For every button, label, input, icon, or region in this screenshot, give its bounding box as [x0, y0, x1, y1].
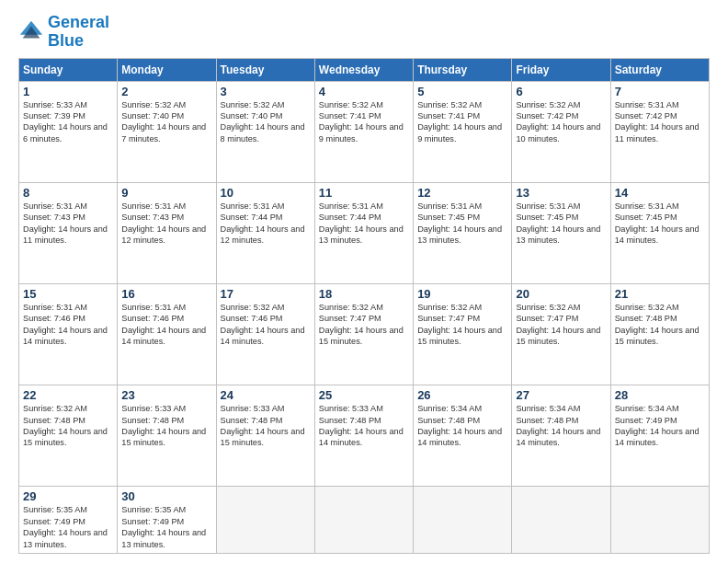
daylight-label: Daylight: 14 hours and 15 minutes. — [23, 427, 108, 447]
daylight-label: Daylight: 14 hours and 6 minutes. — [23, 122, 108, 143]
day-number: 26 — [417, 388, 507, 402]
day-info: Sunrise: 5:31 AM Sunset: 7:46 PM Dayligh… — [23, 302, 113, 348]
day-number: 21 — [615, 287, 705, 301]
calendar-day-cell: 18 Sunrise: 5:32 AM Sunset: 7:47 PM Dayl… — [314, 283, 413, 385]
sunset-label: Sunset: 7:49 PM — [121, 517, 184, 526]
calendar-day-cell: 20 Sunrise: 5:32 AM Sunset: 7:47 PM Dayl… — [512, 283, 610, 385]
sunrise-label: Sunrise: 5:32 AM — [319, 303, 383, 312]
calendar-day-cell: 30 Sunrise: 5:35 AM Sunset: 7:49 PM Dayl… — [118, 487, 216, 554]
daylight-label: Daylight: 14 hours and 11 minutes. — [23, 224, 108, 245]
calendar-day-cell: 15 Sunrise: 5:31 AM Sunset: 7:46 PM Dayl… — [19, 283, 118, 385]
calendar-day-cell: 14 Sunrise: 5:31 AM Sunset: 7:45 PM Dayl… — [610, 182, 709, 283]
calendar-day-cell: 26 Sunrise: 5:34 AM Sunset: 7:48 PM Dayl… — [414, 385, 512, 487]
sunrise-label: Sunrise: 5:32 AM — [417, 100, 482, 109]
sunset-label: Sunset: 7:43 PM — [121, 213, 184, 222]
day-info: Sunrise: 5:32 AM Sunset: 7:40 PM Dayligh… — [221, 99, 311, 145]
day-number: 2 — [121, 85, 211, 98]
daylight-label: Daylight: 14 hours and 14 minutes. — [516, 427, 600, 447]
day-info: Sunrise: 5:33 AM Sunset: 7:39 PM Dayligh… — [23, 99, 113, 145]
sunrise-label: Sunrise: 5:32 AM — [516, 100, 580, 109]
daylight-label: Daylight: 14 hours and 15 minutes. — [417, 326, 502, 346]
day-info: Sunrise: 5:32 AM Sunset: 7:48 PM Dayligh… — [615, 302, 705, 348]
sunset-label: Sunset: 7:48 PM — [221, 416, 283, 425]
calendar-day-cell — [610, 487, 709, 554]
logo: General Blue — [18, 14, 109, 51]
sunrise-label: Sunrise: 5:32 AM — [221, 303, 285, 312]
daylight-label: Daylight: 14 hours and 13 minutes. — [417, 224, 502, 245]
calendar-day-cell: 9 Sunrise: 5:31 AM Sunset: 7:43 PM Dayli… — [118, 182, 216, 283]
day-info: Sunrise: 5:31 AM Sunset: 7:45 PM Dayligh… — [417, 201, 507, 247]
day-number: 29 — [23, 489, 113, 503]
day-info: Sunrise: 5:35 AM Sunset: 7:49 PM Dayligh… — [23, 504, 113, 550]
calendar-day-cell: 17 Sunrise: 5:32 AM Sunset: 7:46 PM Dayl… — [216, 283, 314, 385]
sunrise-label: Sunrise: 5:32 AM — [615, 303, 679, 312]
calendar-day-cell: 21 Sunrise: 5:32 AM Sunset: 7:48 PM Dayl… — [610, 283, 709, 385]
sunset-label: Sunset: 7:48 PM — [516, 416, 578, 425]
daylight-label: Daylight: 14 hours and 7 minutes. — [121, 122, 206, 143]
sunrise-label: Sunrise: 5:32 AM — [221, 100, 285, 109]
day-number: 22 — [23, 388, 113, 402]
sunrise-label: Sunrise: 5:31 AM — [516, 201, 580, 211]
day-info: Sunrise: 5:32 AM Sunset: 7:47 PM Dayligh… — [319, 302, 409, 348]
calendar-day-cell — [314, 487, 413, 554]
sunset-label: Sunset: 7:41 PM — [319, 111, 381, 121]
day-of-week-header: Tuesday — [216, 58, 314, 81]
sunrise-label: Sunrise: 5:31 AM — [221, 201, 285, 211]
daylight-label: Daylight: 14 hours and 15 minutes. — [319, 326, 404, 346]
daylight-label: Daylight: 14 hours and 14 minutes. — [23, 326, 108, 346]
day-number: 24 — [221, 388, 311, 402]
sunrise-label: Sunrise: 5:31 AM — [23, 201, 87, 211]
daylight-label: Daylight: 14 hours and 14 minutes. — [319, 427, 404, 447]
logo-text: General Blue — [48, 14, 109, 51]
calendar-week-row: 15 Sunrise: 5:31 AM Sunset: 7:46 PM Dayl… — [19, 283, 710, 385]
sunset-label: Sunset: 7:46 PM — [121, 314, 184, 323]
sunrise-label: Sunrise: 5:33 AM — [23, 100, 87, 109]
day-of-week-header: Thursday — [414, 58, 512, 81]
day-info: Sunrise: 5:32 AM Sunset: 7:48 PM Dayligh… — [23, 403, 113, 449]
daylight-label: Daylight: 14 hours and 8 minutes. — [221, 122, 305, 143]
calendar-day-cell: 11 Sunrise: 5:31 AM Sunset: 7:44 PM Dayl… — [314, 182, 413, 283]
daylight-label: Daylight: 14 hours and 15 minutes. — [221, 427, 305, 447]
sunset-label: Sunset: 7:44 PM — [221, 213, 283, 222]
calendar-day-cell — [414, 487, 512, 554]
logo-icon — [18, 19, 44, 45]
day-info: Sunrise: 5:32 AM Sunset: 7:41 PM Dayligh… — [319, 99, 409, 145]
sunset-label: Sunset: 7:43 PM — [23, 213, 85, 222]
sunrise-label: Sunrise: 5:34 AM — [516, 404, 580, 413]
calendar-day-cell: 29 Sunrise: 5:35 AM Sunset: 7:49 PM Dayl… — [19, 487, 118, 554]
daylight-label: Daylight: 14 hours and 9 minutes. — [319, 122, 404, 143]
day-info: Sunrise: 5:31 AM Sunset: 7:42 PM Dayligh… — [615, 99, 705, 145]
calendar-day-cell: 1 Sunrise: 5:33 AM Sunset: 7:39 PM Dayli… — [19, 81, 118, 182]
sunset-label: Sunset: 7:39 PM — [23, 111, 85, 121]
sunrise-label: Sunrise: 5:32 AM — [417, 303, 482, 312]
day-number: 9 — [121, 186, 211, 200]
day-number: 4 — [319, 85, 409, 98]
sunset-label: Sunset: 7:49 PM — [615, 416, 677, 425]
sunrise-label: Sunrise: 5:34 AM — [615, 404, 679, 413]
sunrise-label: Sunrise: 5:33 AM — [121, 404, 186, 413]
calendar-day-cell: 19 Sunrise: 5:32 AM Sunset: 7:47 PM Dayl… — [414, 283, 512, 385]
calendar-week-row: 1 Sunrise: 5:33 AM Sunset: 7:39 PM Dayli… — [19, 81, 710, 182]
daylight-label: Daylight: 14 hours and 13 minutes. — [23, 528, 108, 548]
day-number: 27 — [516, 388, 606, 402]
sunset-label: Sunset: 7:48 PM — [23, 416, 85, 425]
calendar-day-cell: 24 Sunrise: 5:33 AM Sunset: 7:48 PM Dayl… — [216, 385, 314, 487]
day-number: 16 — [121, 287, 211, 301]
sunrise-label: Sunrise: 5:35 AM — [121, 505, 186, 514]
day-info: Sunrise: 5:31 AM Sunset: 7:43 PM Dayligh… — [23, 201, 113, 247]
sunset-label: Sunset: 7:45 PM — [516, 213, 578, 222]
day-of-week-header: Saturday — [610, 58, 709, 81]
sunset-label: Sunset: 7:40 PM — [121, 111, 184, 121]
day-of-week-header: Friday — [512, 58, 610, 81]
daylight-label: Daylight: 14 hours and 10 minutes. — [516, 122, 600, 143]
day-number: 14 — [615, 186, 705, 200]
daylight-label: Daylight: 14 hours and 11 minutes. — [615, 122, 700, 143]
sunset-label: Sunset: 7:40 PM — [221, 111, 283, 121]
sunset-label: Sunset: 7:47 PM — [319, 314, 381, 323]
sunset-label: Sunset: 7:42 PM — [516, 111, 578, 121]
daylight-label: Daylight: 14 hours and 14 minutes. — [221, 326, 305, 346]
calendar-day-cell — [512, 487, 610, 554]
day-number: 12 — [417, 186, 507, 200]
day-number: 8 — [23, 186, 113, 200]
daylight-label: Daylight: 14 hours and 9 minutes. — [417, 122, 502, 143]
